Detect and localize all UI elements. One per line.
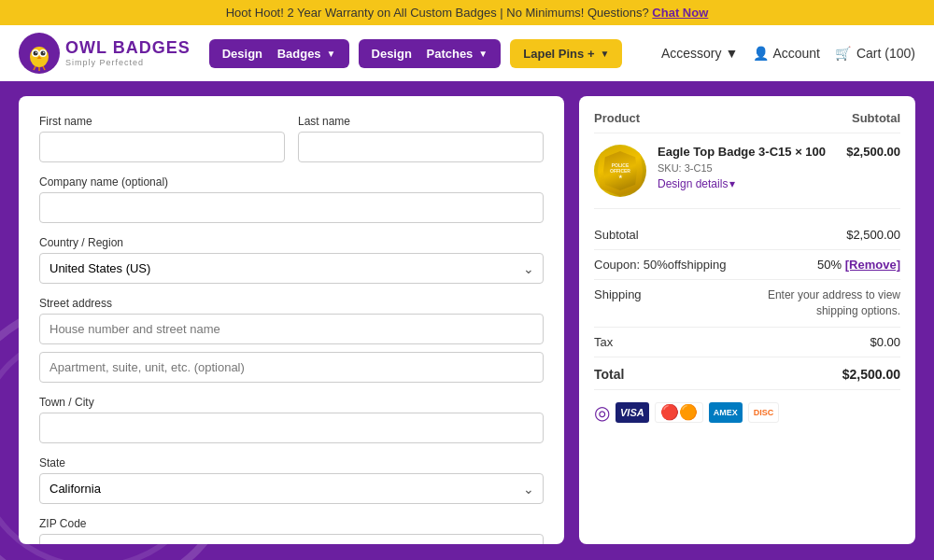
design-badges-label-line1: Design xyxy=(222,47,262,61)
subtotal-row: Subtotal $2,500.00 xyxy=(594,220,900,250)
state-select-wrapper: California New York Texas ⌄ xyxy=(39,473,544,504)
badge-shape: POLICEOFFICER★ xyxy=(598,146,643,196)
visa-icon: VISA xyxy=(616,402,649,423)
payment-icons-row: ◎ VISA 🔴🟠 AMEX DISC xyxy=(594,401,900,424)
zip-group: ZIP Code xyxy=(39,517,544,544)
badge-inner: POLICEOFFICER★ xyxy=(603,151,637,190)
coupon-label: Coupon: 50%offshipping xyxy=(594,258,726,272)
coupon-value: 50% [Remove] xyxy=(817,258,900,272)
shipping-value: Enter your address to view shipping opti… xyxy=(751,287,900,319)
first-name-input[interactable] xyxy=(39,132,285,162)
tax-label: Tax xyxy=(594,335,613,349)
tax-row: Tax $0.00 xyxy=(594,328,900,357)
logo-tagline: Simply Perfected xyxy=(65,58,191,67)
state-label: State xyxy=(39,456,544,469)
street-group: Street address xyxy=(39,297,544,344)
state-select[interactable]: California New York Texas xyxy=(39,473,544,504)
total-label: Total xyxy=(594,367,624,382)
order-header-row: Product Subtotal xyxy=(594,111,900,133)
account-label: Account xyxy=(772,46,820,61)
name-row: First name Last name xyxy=(39,115,544,162)
payment-circle-icon: ◎ xyxy=(594,401,610,424)
account-icon: 👤 xyxy=(753,46,769,61)
accessory-chevron: ▼ xyxy=(726,46,739,61)
header: OWL BADGES Simply Perfected Design Badge… xyxy=(0,25,934,81)
tax-value: $0.00 xyxy=(870,335,900,349)
cart-button[interactable]: 🛒 Cart (100) xyxy=(835,46,915,61)
subtotal-col-header: Subtotal xyxy=(852,111,900,125)
banner-text: Hoot Hoot! 2 Year Warranty on All Custom… xyxy=(226,6,649,20)
last-name-group: Last name xyxy=(298,115,544,162)
logo-text-area: OWL BADGES Simply Perfected xyxy=(65,39,191,67)
chat-now-link[interactable]: Chat Now xyxy=(652,6,708,20)
apt-group xyxy=(39,352,544,383)
discover-icon: DISC xyxy=(748,402,780,423)
company-group: Company name (optional) xyxy=(39,175,544,223)
country-label: Country / Region xyxy=(39,236,544,249)
apt-input[interactable] xyxy=(39,352,544,383)
owl-logo-icon xyxy=(19,33,60,74)
account-nav-link[interactable]: 👤 Account xyxy=(753,46,820,61)
lapel-pins-label: Lapel Pins + xyxy=(523,47,594,61)
nav-right: Accessory ▼ 👤 Account 🛒 Cart (100) xyxy=(661,46,915,61)
shipping-row: Shipping Enter your address to view ship… xyxy=(594,280,900,328)
shipping-label: Shipping xyxy=(594,287,642,301)
city-input[interactable] xyxy=(39,413,544,443)
street-input[interactable] xyxy=(39,314,544,344)
zip-label: ZIP Code xyxy=(39,517,544,530)
design-badges-chevron: ▼ xyxy=(327,49,336,59)
design-patches-chevron: ▼ xyxy=(478,49,488,59)
checkout-form-panel: First name Last name Company name (optio… xyxy=(19,96,564,544)
last-name-input[interactable] xyxy=(298,132,544,162)
product-details: Eagle Top Badge 3-C15 × 100 SKU: 3-C15 D… xyxy=(658,145,835,190)
cart-icon: 🛒 xyxy=(835,46,851,61)
lapel-pins-button[interactable]: Lapel Pins + ▼ xyxy=(510,39,622,68)
product-col-header: Product xyxy=(594,111,640,125)
state-group: State California New York Texas ⌄ xyxy=(39,456,544,504)
city-label: Town / City xyxy=(39,396,544,409)
design-badges-button[interactable]: Design Badges ▼ xyxy=(209,39,349,68)
design-patches-label-line2: Patches xyxy=(426,47,473,61)
logo-area[interactable]: OWL BADGES Simply Perfected xyxy=(19,33,191,74)
first-name-group: First name xyxy=(39,115,285,162)
promo-banner: Hoot Hoot! 2 Year Warranty on All Custom… xyxy=(0,0,934,25)
design-details-link[interactable]: Design details ▾ xyxy=(658,177,835,190)
street-label: Street address xyxy=(39,297,544,310)
mastercard-icon: 🔴🟠 xyxy=(655,402,703,423)
zip-input[interactable] xyxy=(39,534,544,544)
subtotal-label: Subtotal xyxy=(594,228,639,242)
svg-point-8 xyxy=(35,51,37,53)
product-row: POLICEOFFICER★ Eagle Top Badge 3-C15 × 1… xyxy=(594,145,900,209)
design-patches-button[interactable]: Design Patches ▼ xyxy=(359,39,502,68)
country-group: Country / Region United States (US) ⌄ xyxy=(39,236,544,284)
lapel-pins-chevron: ▼ xyxy=(601,49,610,59)
product-sku: SKU: 3-C15 xyxy=(658,162,835,174)
coupon-percent: 50% xyxy=(817,258,842,272)
country-select[interactable]: United States (US) xyxy=(39,253,544,284)
product-price: $2,500.00 xyxy=(846,145,900,159)
design-details-chevron: ▾ xyxy=(729,177,735,190)
design-details-label: Design details xyxy=(658,177,728,190)
company-label: Company name (optional) xyxy=(39,175,544,189)
svg-point-9 xyxy=(43,51,45,53)
total-value: $2,500.00 xyxy=(842,367,900,382)
svg-point-6 xyxy=(34,51,38,56)
logo-name: OWL BADGES xyxy=(65,39,191,58)
product-image: POLICEOFFICER★ xyxy=(594,145,646,197)
accessory-nav-link[interactable]: Accessory ▼ xyxy=(661,46,738,61)
cart-label: Cart (100) xyxy=(856,46,915,61)
design-badges-label-line2: Badges xyxy=(277,47,321,61)
design-patches-label-line1: Design xyxy=(372,47,412,61)
remove-coupon-link[interactable]: [Remove] xyxy=(845,258,900,272)
main-content: First name Last name Company name (optio… xyxy=(0,81,934,559)
amex-icon: AMEX xyxy=(709,402,743,423)
last-name-label: Last name xyxy=(298,115,544,128)
city-group: Town / City xyxy=(39,396,544,443)
accessory-label: Accessory xyxy=(661,46,722,61)
subtotal-value: $2,500.00 xyxy=(846,228,900,242)
first-name-label: First name xyxy=(39,115,285,128)
coupon-row: Coupon: 50%offshipping 50% [Remove] xyxy=(594,250,900,280)
product-name: Eagle Top Badge 3-C15 × 100 xyxy=(658,145,835,161)
country-select-wrapper: United States (US) ⌄ xyxy=(39,253,544,284)
company-input[interactable] xyxy=(39,192,544,223)
